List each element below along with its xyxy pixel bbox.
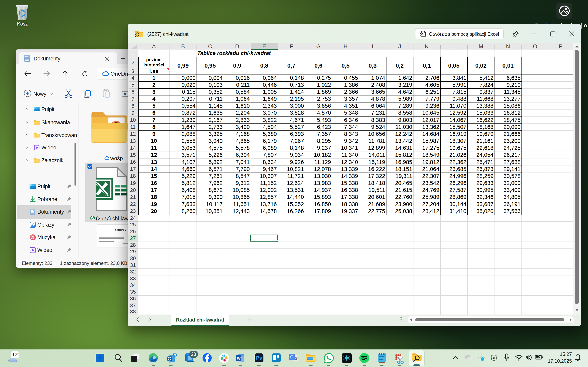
svg-text:Ps: Ps: [256, 355, 262, 361]
svg-text:G: G: [290, 354, 294, 359]
svg-text:A: A: [123, 92, 126, 96]
svg-text:W: W: [237, 356, 241, 360]
